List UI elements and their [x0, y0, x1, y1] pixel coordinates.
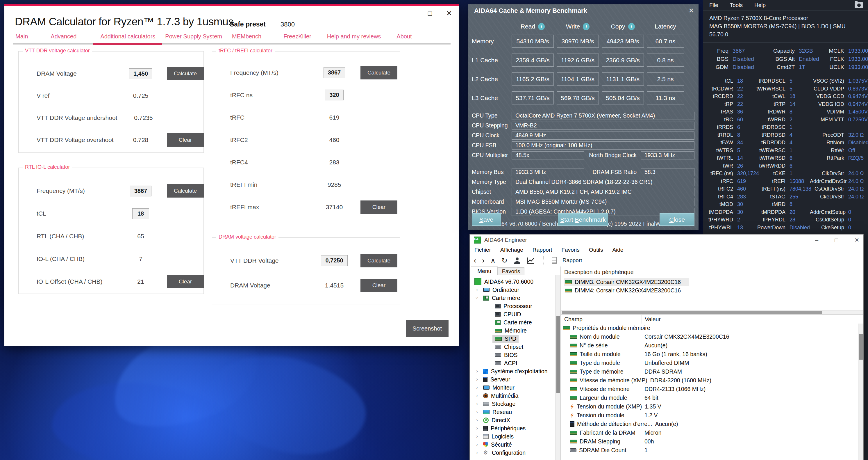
- start-benchmark-button[interactable]: Start Benchmark: [558, 213, 608, 226]
- expander-icon[interactable]: [473, 287, 481, 293]
- field-value[interactable]: 1,450: [129, 68, 152, 79]
- tab[interactable]: MEMbench: [232, 33, 261, 40]
- field-value[interactable]: 3867: [130, 185, 152, 196]
- menu-item[interactable]: Fichier: [474, 247, 491, 253]
- tab[interactable]: FreezKiller: [283, 33, 311, 40]
- tree-scrollbar[interactable]: [555, 275, 560, 460]
- scrollbar-thumb[interactable]: [562, 311, 822, 314]
- expander-icon[interactable]: [473, 433, 481, 439]
- column-field[interactable]: Champ: [561, 316, 642, 323]
- table-row[interactable]: Nom du module Corsair CMK32GX4M2E3200C16: [561, 332, 863, 341]
- field-value[interactable]: 3867: [323, 67, 345, 78]
- tree-item[interactable]: Mémoire: [470, 326, 560, 335]
- action-button[interactable]: Calculate: [167, 67, 204, 80]
- tree-item[interactable]: Réseau: [470, 408, 560, 416]
- close-button[interactable]: Close: [659, 213, 694, 226]
- expander-icon[interactable]: [473, 376, 481, 382]
- table-row[interactable]: Tension du module (XMP) 1.35 V: [561, 402, 863, 411]
- table-row[interactable]: Type du module Unbuffered DIMM: [561, 358, 863, 367]
- back-icon[interactable]: ‹: [474, 257, 476, 264]
- info-icon[interactable]: i: [628, 23, 635, 30]
- tree-item[interactable]: CPUID: [470, 310, 560, 318]
- tab[interactable]: Help and my reviews: [327, 33, 381, 40]
- table-row[interactable]: Vitesse de mémoire DDR4-2133 (1066 MHz): [561, 385, 863, 393]
- menu-item[interactable]: Favoris: [562, 247, 580, 253]
- field-value[interactable]: 0.728: [133, 137, 149, 143]
- expander-icon[interactable]: [473, 417, 481, 423]
- expander-icon[interactable]: [473, 393, 481, 399]
- scrollbar-thumb[interactable]: [556, 316, 560, 393]
- dimm-list-item[interactable]: DIMM3: Corsair CMK32GX4M2E3200C16: [564, 278, 689, 286]
- info-icon[interactable]: i: [538, 23, 545, 30]
- field-value[interactable]: 65: [137, 233, 144, 240]
- tree-item[interactable]: Processeur: [470, 302, 560, 310]
- field-value[interactable]: 283: [329, 159, 339, 166]
- tree-item[interactable]: Stockage: [470, 400, 560, 408]
- field-value[interactable]: 320: [325, 90, 343, 100]
- action-button[interactable]: Calculate: [167, 184, 204, 198]
- camera-icon[interactable]: [855, 2, 863, 8]
- table-row[interactable]: Propriétés du module mémoire: [561, 323, 863, 332]
- tree-item[interactable]: Périphériques: [470, 424, 560, 432]
- report-icon[interactable]: [552, 257, 557, 264]
- horizontal-scrollbar[interactable]: [561, 310, 863, 315]
- action-button[interactable]: Clear: [167, 133, 204, 147]
- screenshot-button[interactable]: Screenshot: [406, 320, 448, 337]
- expander-icon[interactable]: [473, 425, 481, 431]
- action-button[interactable]: Calculate: [361, 254, 397, 267]
- minimize-icon[interactable]: –: [407, 9, 414, 18]
- table-row[interactable]: Méthode de détection d'erre... Aucun(e): [561, 420, 863, 428]
- report-button-label[interactable]: Rapport: [562, 257, 582, 264]
- expander-icon[interactable]: [473, 450, 481, 456]
- info-icon[interactable]: i: [583, 23, 590, 30]
- table-row[interactable]: Tension du module 1.2 V: [561, 411, 863, 420]
- tree-item[interactable]: Configuration: [470, 449, 560, 457]
- tree-item[interactable]: Carte mère: [470, 294, 560, 302]
- tree-item[interactable]: DirectX: [470, 416, 560, 424]
- close-icon[interactable]: ✕: [689, 7, 694, 15]
- table-row[interactable]: N° de série Aucun(e): [561, 341, 863, 350]
- expander-icon[interactable]: [473, 368, 481, 374]
- user-icon[interactable]: [514, 257, 521, 264]
- table-row[interactable]: Vitesse de mémoire (XMP) DDR4-3200 (1600…: [561, 376, 863, 385]
- table-row[interactable]: Taille du module 16 Go (1 rank, 16 banks…: [561, 350, 863, 358]
- action-button[interactable]: Clear: [361, 200, 397, 214]
- tab[interactable]: Advanced: [51, 33, 76, 40]
- table-row[interactable]: DRAM Stepping 00h: [561, 437, 863, 446]
- tree-item[interactable]: Carte mère: [470, 318, 560, 326]
- minimize-icon[interactable]: –: [815, 237, 818, 243]
- field-value[interactable]: 460: [329, 137, 339, 143]
- scrollbar-thumb[interactable]: [859, 334, 863, 360]
- maximize-icon[interactable]: □: [835, 237, 838, 243]
- chart-icon[interactable]: [527, 257, 535, 264]
- field-value[interactable]: 0,7250: [321, 255, 347, 266]
- table-row[interactable]: Largeur du module 64 bit: [561, 393, 863, 402]
- tab[interactable]: Additional calculators: [100, 33, 155, 40]
- expander-icon[interactable]: [473, 295, 481, 301]
- tree-item[interactable]: ACPI: [470, 359, 560, 367]
- expander-icon[interactable]: [473, 385, 481, 391]
- tab[interactable]: About: [397, 33, 412, 40]
- nav-tab[interactable]: Favoris: [498, 267, 524, 275]
- field-value[interactable]: 18: [132, 208, 149, 219]
- close-icon[interactable]: ✕: [854, 236, 859, 243]
- expander-icon[interactable]: [473, 401, 481, 407]
- close-icon[interactable]: ✕: [445, 9, 453, 18]
- tree-item[interactable]: Système d'exploitation: [470, 367, 560, 375]
- field-value[interactable]: 1.4515: [325, 282, 344, 289]
- tree-item[interactable]: Ordinateur: [470, 286, 560, 294]
- up-icon[interactable]: ∧: [490, 257, 496, 264]
- table-row[interactable]: Fabricant de la DRAM Micron: [561, 428, 863, 437]
- menu-item[interactable]: Aide: [612, 247, 623, 253]
- field-value[interactable]: 9285: [328, 181, 341, 188]
- table-row[interactable]: Type de mémoire DDR4 SDRAM: [561, 367, 863, 376]
- minimize-icon[interactable]: –: [670, 7, 673, 15]
- field-value[interactable]: 7: [139, 255, 143, 262]
- nav-tab[interactable]: Menu: [471, 266, 498, 275]
- action-button[interactable]: Clear: [361, 279, 397, 292]
- tree-item[interactable]: SPD: [470, 335, 560, 343]
- tree-item[interactable]: Multimédia: [470, 392, 560, 400]
- forward-icon[interactable]: ›: [482, 257, 484, 264]
- field-value[interactable]: 619: [329, 114, 339, 121]
- menu-item[interactable]: Help: [754, 2, 766, 8]
